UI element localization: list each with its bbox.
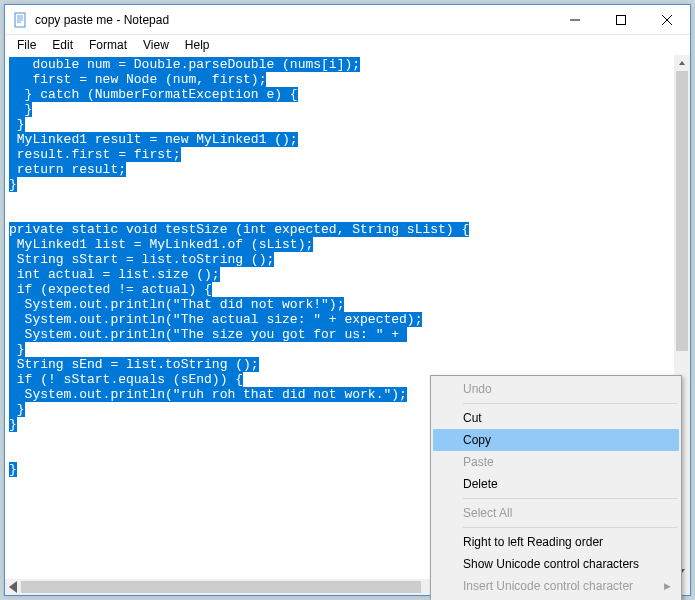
code-line: } (9, 177, 670, 192)
horizontal-scroll-thumb[interactable] (21, 581, 421, 593)
maximize-button[interactable] (598, 5, 644, 35)
code-line: String sStart = list.toString (); (9, 252, 670, 267)
code-line (9, 192, 670, 207)
code-line: } (9, 117, 670, 132)
close-button[interactable] (644, 5, 690, 35)
ctx-cut-label: Cut (463, 411, 482, 425)
code-line: int actual = list.size (); (9, 267, 670, 282)
code-line: String sEnd = list.toString (); (9, 357, 670, 372)
code-line: } (9, 102, 670, 117)
ctx-insert-unicode[interactable]: Insert Unicode control character▶ (433, 575, 679, 597)
ctx-rtl-label: Right to left Reading order (463, 535, 603, 549)
menu-format[interactable]: Format (81, 36, 135, 54)
ctx-select-all[interactable]: Select All (433, 502, 679, 524)
ctx-delete-label: Delete (463, 477, 498, 491)
code-line: return result; (9, 162, 670, 177)
submenu-arrow-icon: ▶ (664, 581, 671, 591)
ctx-copy[interactable]: Copy (433, 429, 679, 451)
code-line (9, 207, 670, 222)
code-line: } catch (NumberFormatException e) { (9, 87, 670, 102)
ctx-paste-label: Paste (463, 455, 494, 469)
menubar: File Edit Format View Help (5, 35, 690, 55)
code-line: System.out.println("That did not work!")… (9, 297, 670, 312)
code-line: private static void testSize (int expect… (9, 222, 670, 237)
code-line: } (9, 342, 670, 357)
svg-rect-6 (617, 16, 626, 25)
ctx-show-unicode-label: Show Unicode control characters (463, 557, 639, 571)
ctx-undo[interactable]: Undo (433, 378, 679, 400)
menu-file[interactable]: File (9, 36, 44, 54)
ctx-select-all-label: Select All (463, 506, 512, 520)
code-line: System.out.println("The size you got for… (9, 327, 670, 342)
ctx-separator (463, 527, 677, 528)
ctx-separator (463, 498, 677, 499)
ctx-copy-label: Copy (463, 433, 491, 447)
context-menu: Undo Cut Copy Paste Delete Select All Ri… (430, 375, 682, 600)
ctx-cut[interactable]: Cut (433, 407, 679, 429)
menu-view[interactable]: View (135, 36, 177, 54)
menu-edit[interactable]: Edit (44, 36, 81, 54)
menu-help[interactable]: Help (177, 36, 218, 54)
code-line: System.out.println("The actual size: " +… (9, 312, 670, 327)
code-line: if (expected != actual) { (9, 282, 670, 297)
vertical-scroll-thumb[interactable] (676, 71, 688, 351)
code-line: MyLinked1 result = new MyLinked1 (); (9, 132, 670, 147)
scroll-left-arrow-icon[interactable] (5, 579, 21, 595)
ctx-paste[interactable]: Paste (433, 451, 679, 473)
notepad-icon (13, 12, 29, 28)
code-line: double num = Double.parseDouble (nums[i]… (9, 57, 670, 72)
ctx-insert-unicode-label: Insert Unicode control character (463, 579, 633, 593)
minimize-button[interactable] (552, 5, 598, 35)
titlebar[interactable]: copy paste me - Notepad (5, 5, 690, 35)
code-line: first = new Node (num, first); (9, 72, 670, 87)
code-line: result.first = first; (9, 147, 670, 162)
ctx-show-unicode[interactable]: Show Unicode control characters (433, 553, 679, 575)
ctx-separator (463, 403, 677, 404)
ctx-rtl[interactable]: Right to left Reading order (433, 531, 679, 553)
scroll-up-arrow-icon[interactable] (674, 55, 690, 71)
code-line: MyLinked1 list = MyLinked1.of (sList); (9, 237, 670, 252)
ctx-delete[interactable]: Delete (433, 473, 679, 495)
ctx-undo-label: Undo (463, 382, 492, 396)
window-title: copy paste me - Notepad (35, 13, 552, 27)
window-controls (552, 5, 690, 34)
